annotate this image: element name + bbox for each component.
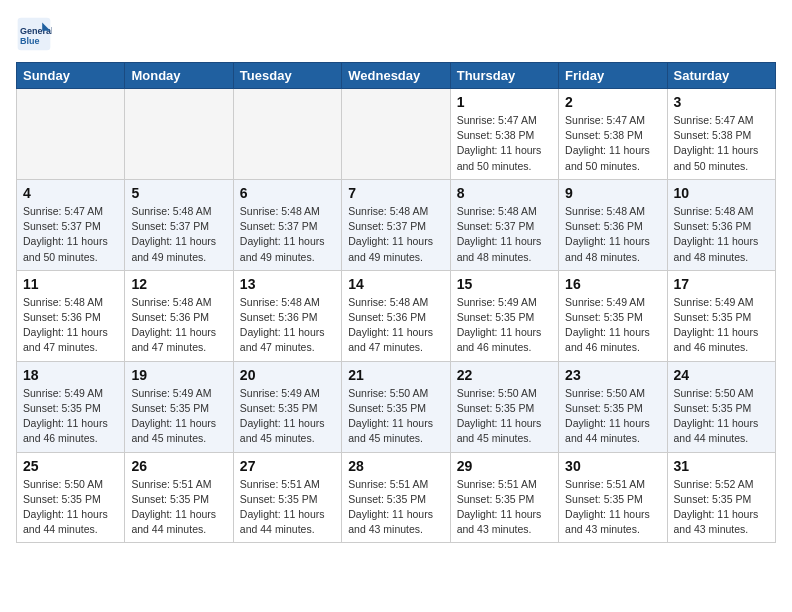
calendar-cell: 11Sunrise: 5:48 AM Sunset: 5:36 PM Dayli… bbox=[17, 270, 125, 361]
day-number: 10 bbox=[674, 185, 769, 201]
day-number: 21 bbox=[348, 367, 443, 383]
calendar-cell: 1Sunrise: 5:47 AM Sunset: 5:38 PM Daylig… bbox=[450, 89, 558, 180]
day-info: Sunrise: 5:47 AM Sunset: 5:37 PM Dayligh… bbox=[23, 204, 118, 265]
day-info: Sunrise: 5:50 AM Sunset: 5:35 PM Dayligh… bbox=[457, 386, 552, 447]
day-number: 14 bbox=[348, 276, 443, 292]
day-number: 23 bbox=[565, 367, 660, 383]
weekday-header: Tuesday bbox=[233, 63, 341, 89]
calendar-cell: 25Sunrise: 5:50 AM Sunset: 5:35 PM Dayli… bbox=[17, 452, 125, 543]
calendar-cell bbox=[233, 89, 341, 180]
day-info: Sunrise: 5:51 AM Sunset: 5:35 PM Dayligh… bbox=[457, 477, 552, 538]
day-number: 7 bbox=[348, 185, 443, 201]
calendar-cell: 21Sunrise: 5:50 AM Sunset: 5:35 PM Dayli… bbox=[342, 361, 450, 452]
day-number: 15 bbox=[457, 276, 552, 292]
day-number: 6 bbox=[240, 185, 335, 201]
day-number: 26 bbox=[131, 458, 226, 474]
day-number: 19 bbox=[131, 367, 226, 383]
day-number: 18 bbox=[23, 367, 118, 383]
calendar-cell: 4Sunrise: 5:47 AM Sunset: 5:37 PM Daylig… bbox=[17, 179, 125, 270]
calendar-cell: 8Sunrise: 5:48 AM Sunset: 5:37 PM Daylig… bbox=[450, 179, 558, 270]
day-number: 25 bbox=[23, 458, 118, 474]
day-info: Sunrise: 5:47 AM Sunset: 5:38 PM Dayligh… bbox=[674, 113, 769, 174]
weekday-header: Sunday bbox=[17, 63, 125, 89]
day-number: 27 bbox=[240, 458, 335, 474]
day-info: Sunrise: 5:47 AM Sunset: 5:38 PM Dayligh… bbox=[457, 113, 552, 174]
day-number: 12 bbox=[131, 276, 226, 292]
weekday-header: Wednesday bbox=[342, 63, 450, 89]
weekday-header: Friday bbox=[559, 63, 667, 89]
day-info: Sunrise: 5:49 AM Sunset: 5:35 PM Dayligh… bbox=[240, 386, 335, 447]
day-number: 22 bbox=[457, 367, 552, 383]
day-info: Sunrise: 5:49 AM Sunset: 5:35 PM Dayligh… bbox=[565, 295, 660, 356]
day-info: Sunrise: 5:48 AM Sunset: 5:36 PM Dayligh… bbox=[131, 295, 226, 356]
day-number: 13 bbox=[240, 276, 335, 292]
day-number: 17 bbox=[674, 276, 769, 292]
day-info: Sunrise: 5:48 AM Sunset: 5:36 PM Dayligh… bbox=[23, 295, 118, 356]
day-number: 2 bbox=[565, 94, 660, 110]
calendar-cell: 29Sunrise: 5:51 AM Sunset: 5:35 PM Dayli… bbox=[450, 452, 558, 543]
calendar-cell: 10Sunrise: 5:48 AM Sunset: 5:36 PM Dayli… bbox=[667, 179, 775, 270]
calendar-cell: 6Sunrise: 5:48 AM Sunset: 5:37 PM Daylig… bbox=[233, 179, 341, 270]
calendar-cell: 27Sunrise: 5:51 AM Sunset: 5:35 PM Dayli… bbox=[233, 452, 341, 543]
day-number: 31 bbox=[674, 458, 769, 474]
day-number: 16 bbox=[565, 276, 660, 292]
day-info: Sunrise: 5:48 AM Sunset: 5:37 PM Dayligh… bbox=[240, 204, 335, 265]
calendar-cell: 30Sunrise: 5:51 AM Sunset: 5:35 PM Dayli… bbox=[559, 452, 667, 543]
weekday-header: Thursday bbox=[450, 63, 558, 89]
calendar-cell bbox=[125, 89, 233, 180]
calendar-cell: 23Sunrise: 5:50 AM Sunset: 5:35 PM Dayli… bbox=[559, 361, 667, 452]
calendar-cell: 12Sunrise: 5:48 AM Sunset: 5:36 PM Dayli… bbox=[125, 270, 233, 361]
day-info: Sunrise: 5:48 AM Sunset: 5:37 PM Dayligh… bbox=[457, 204, 552, 265]
day-number: 5 bbox=[131, 185, 226, 201]
day-number: 30 bbox=[565, 458, 660, 474]
calendar-cell: 22Sunrise: 5:50 AM Sunset: 5:35 PM Dayli… bbox=[450, 361, 558, 452]
day-info: Sunrise: 5:49 AM Sunset: 5:35 PM Dayligh… bbox=[457, 295, 552, 356]
calendar-cell: 3Sunrise: 5:47 AM Sunset: 5:38 PM Daylig… bbox=[667, 89, 775, 180]
day-info: Sunrise: 5:48 AM Sunset: 5:37 PM Dayligh… bbox=[348, 204, 443, 265]
page-header: General Blue bbox=[16, 16, 776, 52]
calendar-cell bbox=[17, 89, 125, 180]
day-number: 11 bbox=[23, 276, 118, 292]
calendar-cell: 9Sunrise: 5:48 AM Sunset: 5:36 PM Daylig… bbox=[559, 179, 667, 270]
day-info: Sunrise: 5:50 AM Sunset: 5:35 PM Dayligh… bbox=[348, 386, 443, 447]
day-info: Sunrise: 5:52 AM Sunset: 5:35 PM Dayligh… bbox=[674, 477, 769, 538]
day-info: Sunrise: 5:49 AM Sunset: 5:35 PM Dayligh… bbox=[131, 386, 226, 447]
calendar-cell: 20Sunrise: 5:49 AM Sunset: 5:35 PM Dayli… bbox=[233, 361, 341, 452]
calendar-table: SundayMondayTuesdayWednesdayThursdayFrid… bbox=[16, 62, 776, 543]
calendar-cell: 31Sunrise: 5:52 AM Sunset: 5:35 PM Dayli… bbox=[667, 452, 775, 543]
day-info: Sunrise: 5:50 AM Sunset: 5:35 PM Dayligh… bbox=[674, 386, 769, 447]
day-number: 9 bbox=[565, 185, 660, 201]
day-info: Sunrise: 5:48 AM Sunset: 5:36 PM Dayligh… bbox=[240, 295, 335, 356]
logo-icon: General Blue bbox=[16, 16, 52, 52]
day-number: 4 bbox=[23, 185, 118, 201]
day-info: Sunrise: 5:48 AM Sunset: 5:37 PM Dayligh… bbox=[131, 204, 226, 265]
day-info: Sunrise: 5:51 AM Sunset: 5:35 PM Dayligh… bbox=[240, 477, 335, 538]
svg-text:General: General bbox=[20, 26, 52, 36]
day-info: Sunrise: 5:51 AM Sunset: 5:35 PM Dayligh… bbox=[565, 477, 660, 538]
day-number: 28 bbox=[348, 458, 443, 474]
day-info: Sunrise: 5:49 AM Sunset: 5:35 PM Dayligh… bbox=[674, 295, 769, 356]
calendar-cell: 15Sunrise: 5:49 AM Sunset: 5:35 PM Dayli… bbox=[450, 270, 558, 361]
svg-text:Blue: Blue bbox=[20, 36, 40, 46]
calendar-cell: 19Sunrise: 5:49 AM Sunset: 5:35 PM Dayli… bbox=[125, 361, 233, 452]
day-info: Sunrise: 5:48 AM Sunset: 5:36 PM Dayligh… bbox=[348, 295, 443, 356]
day-info: Sunrise: 5:51 AM Sunset: 5:35 PM Dayligh… bbox=[348, 477, 443, 538]
day-number: 29 bbox=[457, 458, 552, 474]
day-info: Sunrise: 5:47 AM Sunset: 5:38 PM Dayligh… bbox=[565, 113, 660, 174]
calendar-cell: 16Sunrise: 5:49 AM Sunset: 5:35 PM Dayli… bbox=[559, 270, 667, 361]
calendar-cell: 5Sunrise: 5:48 AM Sunset: 5:37 PM Daylig… bbox=[125, 179, 233, 270]
day-info: Sunrise: 5:50 AM Sunset: 5:35 PM Dayligh… bbox=[565, 386, 660, 447]
calendar-cell: 14Sunrise: 5:48 AM Sunset: 5:36 PM Dayli… bbox=[342, 270, 450, 361]
day-info: Sunrise: 5:50 AM Sunset: 5:35 PM Dayligh… bbox=[23, 477, 118, 538]
calendar-cell: 7Sunrise: 5:48 AM Sunset: 5:37 PM Daylig… bbox=[342, 179, 450, 270]
day-number: 8 bbox=[457, 185, 552, 201]
calendar-cell: 18Sunrise: 5:49 AM Sunset: 5:35 PM Dayli… bbox=[17, 361, 125, 452]
weekday-header: Monday bbox=[125, 63, 233, 89]
day-number: 20 bbox=[240, 367, 335, 383]
calendar-cell: 28Sunrise: 5:51 AM Sunset: 5:35 PM Dayli… bbox=[342, 452, 450, 543]
day-info: Sunrise: 5:49 AM Sunset: 5:35 PM Dayligh… bbox=[23, 386, 118, 447]
weekday-header: Saturday bbox=[667, 63, 775, 89]
day-info: Sunrise: 5:51 AM Sunset: 5:35 PM Dayligh… bbox=[131, 477, 226, 538]
calendar-cell: 17Sunrise: 5:49 AM Sunset: 5:35 PM Dayli… bbox=[667, 270, 775, 361]
day-info: Sunrise: 5:48 AM Sunset: 5:36 PM Dayligh… bbox=[565, 204, 660, 265]
